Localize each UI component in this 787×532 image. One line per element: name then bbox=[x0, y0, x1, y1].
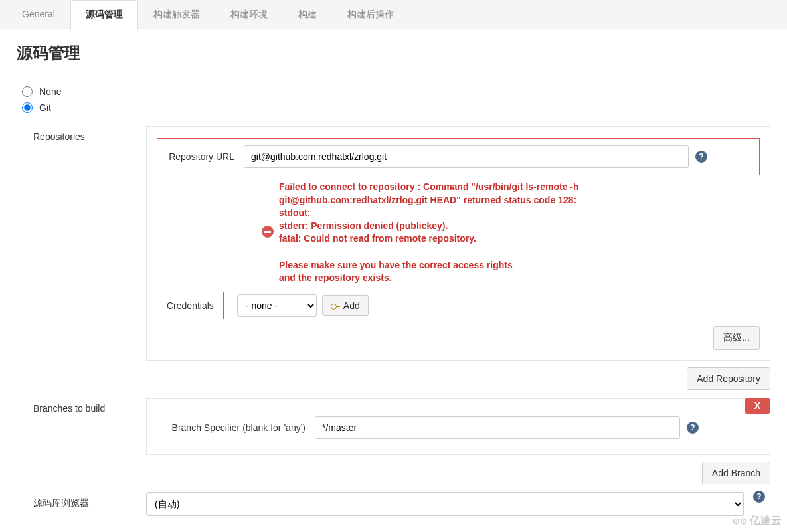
scm-git-label: Git bbox=[39, 102, 51, 113]
branches-label: Branches to build bbox=[33, 398, 146, 414]
credentials-add-button[interactable]: Add bbox=[322, 295, 369, 316]
credentials-label: Credentials bbox=[167, 300, 214, 311]
branch-specifier-label: Branch Specifier (blank for 'any') bbox=[157, 422, 315, 433]
tab-scm[interactable]: 源码管理 bbox=[70, 0, 138, 29]
key-icon bbox=[331, 303, 340, 308]
tab-post-build[interactable]: 构建后操作 bbox=[332, 0, 409, 29]
tab-general[interactable]: General bbox=[7, 0, 70, 29]
section-title: 源码管理 bbox=[17, 43, 770, 74]
repo-url-label: Repository URL bbox=[161, 151, 244, 162]
tab-build[interactable]: 构建 bbox=[283, 0, 332, 29]
scm-none-label: None bbox=[39, 86, 61, 97]
config-tabs: General 源码管理 构建触发器 构建环境 构建 构建后操作 bbox=[0, 0, 787, 29]
help-icon[interactable]: ? bbox=[687, 422, 699, 434]
tab-triggers[interactable]: 构建触发器 bbox=[138, 0, 215, 29]
tab-build-env[interactable]: 构建环境 bbox=[215, 0, 283, 29]
branch-block: X Branch Specifier (blank for 'any') ? bbox=[146, 398, 770, 455]
help-icon[interactable]: ? bbox=[695, 151, 707, 163]
repositories-label: Repositories bbox=[33, 126, 146, 142]
watermark: ⊙⊙ 亿速云 bbox=[733, 514, 782, 528]
credentials-select[interactable]: - none - bbox=[237, 294, 317, 317]
scm-git-radio[interactable] bbox=[22, 102, 33, 113]
help-icon[interactable]: ? bbox=[753, 491, 765, 503]
error-icon bbox=[262, 226, 274, 238]
repo-browser-select[interactable]: (自动) bbox=[146, 492, 744, 516]
add-branch-button[interactable]: Add Branch bbox=[702, 462, 770, 484]
add-repository-button[interactable]: Add Repository bbox=[687, 367, 770, 390]
error-message: Failed to connect to repository : Comman… bbox=[279, 181, 727, 285]
repo-browser-label: 源码库浏览器 bbox=[33, 492, 146, 509]
delete-branch-button[interactable]: X bbox=[745, 398, 770, 414]
scm-none-radio[interactable] bbox=[22, 86, 33, 97]
repository-block: Repository URL ? Failed to connect to re… bbox=[146, 126, 770, 361]
repo-url-input[interactable] bbox=[244, 145, 689, 168]
advanced-button[interactable]: 高级... bbox=[713, 326, 760, 350]
branch-specifier-input[interactable] bbox=[315, 416, 680, 439]
